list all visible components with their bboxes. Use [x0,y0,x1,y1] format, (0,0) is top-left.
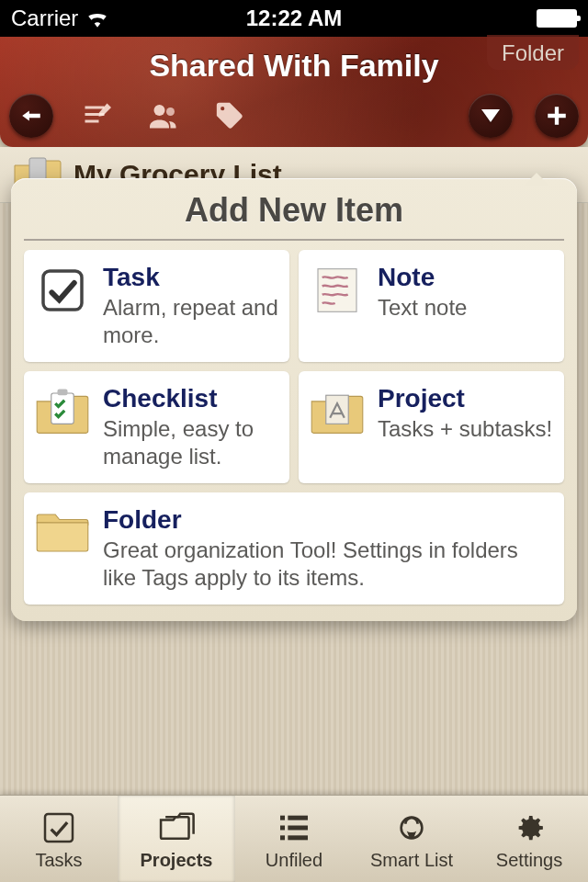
share-button[interactable] [141,94,186,138]
new-folder-button[interactable]: Folder Great organization Tool! Settings… [24,492,564,605]
checklist-icon [35,384,90,439]
back-button[interactable] [9,94,53,138]
svg-rect-5 [51,393,74,424]
card-title: Project [378,384,553,413]
tab-label: Smart List [370,850,453,871]
project-icon [310,384,365,439]
new-checklist-button[interactable]: Checklist Simple, easy to manage list. [24,371,289,483]
edit-list-icon [81,99,114,132]
back-arrow-icon [19,104,43,128]
tab-label: Settings [496,850,562,871]
tab-tasks[interactable]: Tasks [0,796,118,882]
tab-settings[interactable]: Settings [470,796,588,882]
svg-rect-3 [43,271,82,310]
card-desc: Simple, easy to manage list. [103,415,278,470]
svg-rect-12 [288,825,308,830]
tab-unfiled[interactable]: Unfiled [235,796,353,882]
clock-label: 12:22 AM [246,6,342,31]
tag-icon [214,100,245,131]
svg-rect-14 [288,835,308,840]
card-desc: Great organization Tool! Settings in fol… [103,537,553,592]
tab-label: Tasks [35,850,82,871]
header: Folder Shared With Family [0,37,588,147]
chevron-down-icon [481,109,500,122]
svg-rect-4 [318,269,356,312]
tab-projects[interactable]: Projects [118,796,235,882]
tag-button[interactable] [208,94,252,138]
svg-rect-8 [45,814,73,842]
new-task-button[interactable]: Task Alarm, repeat and more. [24,250,289,362]
card-desc: Alarm, repeat and more. [103,294,278,349]
toolbar [9,94,579,138]
add-button[interactable] [535,94,579,138]
dropdown-button[interactable] [469,94,513,138]
plus-icon [545,104,569,128]
note-icon [310,263,365,318]
edit-button[interactable] [75,94,119,138]
card-title: Checklist [103,384,278,413]
tab-bar: Tasks Projects Unfiled Smart List Settin… [0,795,588,882]
new-project-button[interactable]: Project Tasks + subtasks! [299,371,564,483]
status-bar: Carrier 12:22 AM [0,0,588,37]
tab-smartlist[interactable]: Smart List [353,796,470,882]
task-icon [35,263,90,318]
carrier-label: Carrier [11,6,78,31]
new-note-button[interactable]: Note Text note [299,250,564,362]
svg-rect-10 [288,815,308,820]
add-item-popover: Add New Item Task Alarm, repeat and more… [11,178,577,621]
unfiled-icon [274,808,314,848]
card-title: Task [103,263,278,292]
settings-icon [509,808,549,848]
svg-rect-7 [326,395,348,424]
page-title: Shared With Family [0,37,588,84]
smartlist-icon [391,808,432,848]
card-desc: Text note [378,294,553,322]
people-icon [147,99,180,132]
battery-icon [537,9,577,28]
svg-rect-11 [280,825,285,830]
svg-point-0 [154,105,165,116]
projects-icon [156,808,197,848]
folder-icon [35,505,90,560]
svg-point-1 [166,107,175,116]
card-title: Folder [103,505,553,535]
svg-rect-9 [280,815,285,820]
tasks-icon [39,808,79,848]
tab-label: Projects [141,850,213,871]
svg-rect-6 [57,390,67,396]
divider [24,239,564,241]
svg-rect-13 [280,835,285,840]
svg-rect-2 [29,158,46,180]
popover-title: Add New Item [24,191,564,230]
card-desc: Tasks + subtasks! [378,415,553,443]
card-title: Note [378,263,553,292]
wifi-icon [85,9,109,28]
tab-label: Unfiled [266,850,322,871]
